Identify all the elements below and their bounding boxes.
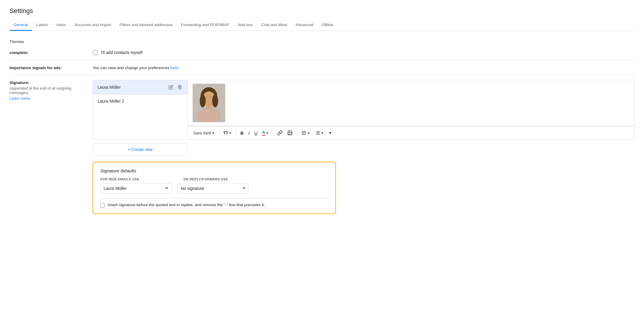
link-btn[interactable] [275, 129, 284, 137]
importance-text-end: . [178, 66, 180, 70]
importance-here-link[interactable]: here [170, 66, 178, 70]
font-size-btn[interactable]: TT ▼ [221, 129, 234, 136]
list-chevron: ▼ [321, 131, 324, 135]
signature-edit-btn-0[interactable] [168, 84, 174, 90]
complete-section: complete: I'll add contacts myself [9, 45, 635, 60]
italic-btn[interactable]: I [247, 129, 251, 137]
signature-learn-more[interactable]: Learn more [9, 96, 85, 101]
more-formatting-btn[interactable]: ▼ [327, 130, 334, 136]
signature-editor: Sans Serif ▼ TT ▼ B I U A ▼ [188, 80, 634, 139]
svg-point-4 [212, 94, 218, 107]
svg-point-3 [200, 94, 206, 107]
radio-add-contacts-input[interactable] [93, 50, 98, 55]
for-new-emails-label: FOR NEW EMAILS USE [100, 177, 172, 181]
text-color-label: A [262, 130, 265, 136]
underline-btn[interactable]: U [253, 129, 259, 137]
font-family-chevron: ▼ [212, 131, 215, 135]
toolbar-sep-1 [219, 130, 219, 136]
signature-defaults-selects: Laura Müller Laura Müller 2 No signature… [100, 183, 328, 193]
signature-defaults-box: Signature defaults FOR NEW EMAILS USE ON… [93, 162, 336, 214]
importance-text: You can view and change your preferences [93, 66, 170, 70]
toolbar-sep-3 [273, 130, 273, 136]
on-reply-select[interactable]: No signature Laura Müller Laura Müller 2 [177, 183, 249, 193]
insert-signature-checkbox[interactable] [100, 203, 105, 208]
tab-labels[interactable]: Labels [32, 20, 52, 31]
complete-content: I'll add contacts myself [93, 50, 635, 55]
signature-defaults-title: Signature defaults [100, 168, 328, 173]
page-title: Settings [9, 7, 635, 15]
tab-addons[interactable]: Add-ons [234, 20, 257, 31]
text-color-chevron: ▼ [266, 131, 269, 135]
font-size-label: TT [223, 131, 228, 135]
font-family-btn[interactable]: Sans Serif ▼ [191, 130, 216, 136]
signature-defaults-checkbox-row: Insert signature before the quoted text … [100, 198, 328, 208]
bold-btn[interactable]: B [239, 129, 245, 137]
insert-signature-label: Insert signature before the quoted text … [108, 203, 265, 207]
signature-toolbar: Sans Serif ▼ TT ▼ B I U A ▼ [188, 126, 634, 139]
tab-chat[interactable]: Chat and Meet [257, 20, 291, 31]
tab-advanced[interactable]: Advanced [291, 20, 318, 31]
signature-item-name-0: Laura Müller [98, 85, 168, 90]
tab-offline[interactable]: Offline [318, 20, 337, 31]
font-size-chevron: ▼ [229, 131, 232, 135]
tab-filters[interactable]: Filters and blocked addresses [115, 20, 177, 31]
more-chevron: ▼ [329, 131, 332, 135]
signature-label-text: Signature: [9, 80, 29, 85]
signature-defaults-column-labels: FOR NEW EMAILS USE ON REPLY/FORWARD USE [100, 177, 328, 181]
for-new-emails-select[interactable]: Laura Müller Laura Müller 2 No signature [100, 183, 172, 193]
image-btn[interactable] [285, 129, 294, 137]
signature-image-area [188, 80, 634, 126]
signature-list: Laura Müller [93, 80, 188, 139]
importance-section: Importance signals for ads: You can view… [9, 60, 635, 75]
radio-add-contacts[interactable]: I'll add contacts myself [93, 50, 635, 55]
signature-avatar [193, 84, 225, 122]
tab-inbox[interactable]: Inbox [52, 20, 70, 31]
signature-label: Signature: (appended at the end of all o… [9, 80, 93, 101]
svg-point-9 [289, 132, 289, 132]
on-reply-label: ON REPLY/FORWARD USE [183, 177, 255, 181]
signature-section: Signature: (appended at the end of all o… [9, 75, 635, 219]
signature-item-1[interactable]: Laura Müller 2 [93, 95, 188, 108]
create-new-button[interactable]: + Create new [93, 143, 188, 156]
signature-item-0[interactable]: Laura Müller [93, 80, 188, 95]
importance-content: You can view and change your preferences… [93, 65, 635, 70]
align-chevron: ▼ [307, 131, 310, 135]
settings-tabs: General Labels Inbox Accounts and Import… [9, 20, 635, 31]
signature-item-name-1: Laura Müller 2 [98, 99, 183, 104]
signature-delete-btn-0[interactable] [177, 84, 183, 90]
text-color-btn[interactable]: A ▼ [261, 129, 270, 137]
toolbar-sep-2 [236, 130, 236, 136]
signature-panel: Laura Müller [93, 80, 635, 140]
signature-sublabel: (appended at the end of all outgoing mes… [9, 86, 85, 95]
themes-label: Themes [9, 36, 24, 46]
signature-content: Laura Müller [93, 80, 635, 214]
radio-add-contacts-label: I'll add contacts myself [101, 50, 142, 55]
font-family-label: Sans Serif [193, 131, 211, 135]
importance-label: Importance signals for ads: [9, 65, 93, 70]
tab-general[interactable]: General [9, 20, 32, 31]
tab-forwarding[interactable]: Forwarding and POP/IMAP [177, 20, 234, 31]
list-btn[interactable]: ▼ [313, 129, 326, 137]
tab-accounts[interactable]: Accounts and Import [70, 20, 115, 31]
complete-label: complete: [9, 50, 93, 55]
align-btn[interactable]: ▼ [299, 129, 312, 137]
signature-item-actions-0 [168, 84, 183, 90]
toolbar-sep-4 [297, 130, 297, 136]
